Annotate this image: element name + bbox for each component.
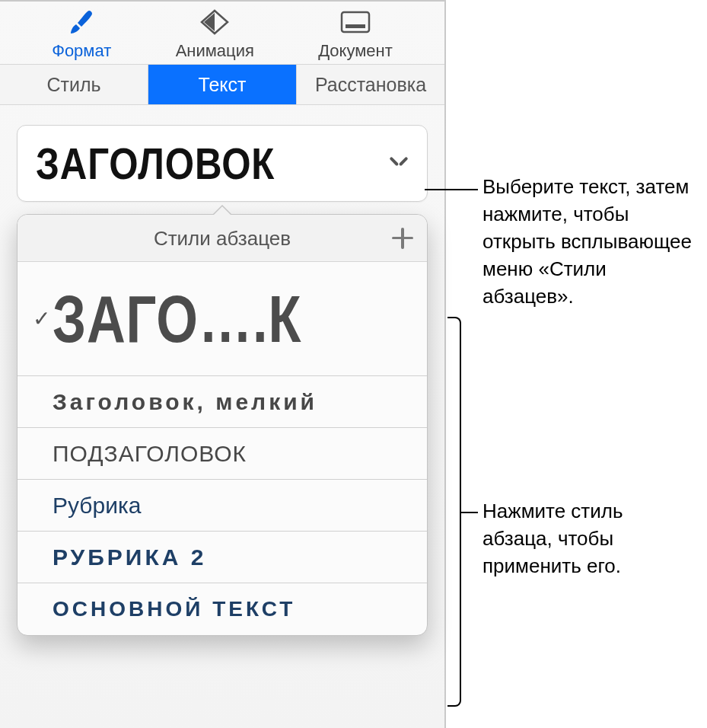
tab-layout[interactable]: Расстановка [297,65,444,104]
checkmark-icon: ✓ [30,306,53,331]
style-item-heading[interactable]: Рубрика [18,480,427,532]
callout-line [461,512,478,513]
tab-text[interactable]: Текст [148,65,297,104]
style-label: Рубрика [53,493,412,519]
toolbar-format-label: Формат [52,41,111,61]
callout-top: Выберите текст, затем нажмите, чтобы отк… [482,174,696,310]
style-item-subtitle[interactable]: ПОДЗАГОЛОВОК [18,428,427,480]
popover-header: Стили абзацев [18,215,427,262]
popover-title: Стили абзацев [154,227,291,251]
callout-bracket [447,317,461,707]
toolbar: Формат Анимация Документ [0,2,444,65]
inspector-content: ЗАГОЛОВОК Стили абзацев ✓ ЗАГО….К Заголо… [0,105,444,656]
style-label: РУБРИКА 2 [53,544,412,570]
toolbar-format-button[interactable]: Формат [46,9,117,61]
tab-style[interactable]: Стиль [0,65,148,104]
style-item-title[interactable]: ✓ ЗАГО….К [18,262,427,376]
paragraph-style-dropdown[interactable]: ЗАГОЛОВОК [17,125,428,202]
paragraph-styles-popover: Стили абзацев ✓ ЗАГО….К Заголовок, мелки… [17,214,428,636]
subtabs: Стиль Текст Расстановка [0,65,444,105]
toolbar-document-button[interactable]: Документ [312,9,399,61]
inspector-panel: Формат Анимация Документ Стиль Текст Рас… [0,0,446,728]
style-item-title-small[interactable]: Заголовок, мелкий [18,376,427,428]
callout-bottom: Нажмите стиль абзаца, чтобы применить ег… [482,498,696,580]
style-label: ОСНОВНОЙ ТЕКСТ [53,597,412,621]
diamond-icon [199,9,231,40]
style-label: ЗАГО….К [53,280,340,358]
chevron-down-icon [389,154,409,174]
brush-icon [68,9,95,40]
style-label: Заголовок, мелкий [53,389,412,415]
add-style-button[interactable] [392,228,413,249]
callout-line [425,189,478,190]
style-label: ПОДЗАГОЛОВОК [53,441,412,467]
current-style-label: ЗАГОЛОВОК [36,138,275,189]
svg-rect-3 [346,24,365,28]
style-list: ✓ ЗАГО….К Заголовок, мелкий ПОДЗАГОЛОВОК… [18,262,427,635]
style-item-heading-2[interactable]: РУБРИКА 2 [18,532,427,583]
toolbar-document-label: Документ [318,41,393,61]
svg-rect-2 [342,12,369,32]
document-icon [339,9,372,40]
style-item-body[interactable]: ОСНОВНОЙ ТЕКСТ [18,583,427,635]
toolbar-animation-label: Анимация [176,41,254,61]
toolbar-animation-button[interactable]: Анимация [170,9,260,61]
